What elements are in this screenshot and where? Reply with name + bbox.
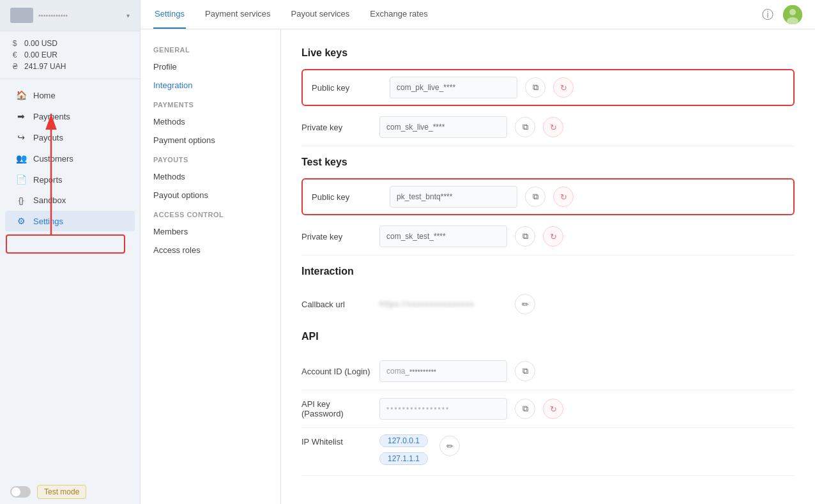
payments-icon: ➡: [15, 111, 27, 121]
account-id-copy-button[interactable]: ⧉: [515, 361, 535, 381]
live-public-key-input: [390, 77, 517, 98]
balance-eur: € 0.00 EUR: [10, 49, 130, 61]
settings-nav-members[interactable]: Members: [141, 222, 280, 241]
payouts-icon: ↩: [15, 132, 27, 142]
tab-settings[interactable]: Settings: [153, 0, 186, 29]
callback-url-row: Callback url https://xxxxxxxxxxxxxxx ✏: [301, 287, 795, 321]
home-icon: 🏠: [15, 90, 27, 100]
test-public-key-label: Public key: [312, 192, 382, 202]
test-mode-toggle[interactable]: [10, 486, 31, 498]
sidebar-item-payouts[interactable]: ↩ Payouts: [5, 127, 135, 148]
test-public-key-refresh-button[interactable]: ↻: [553, 187, 574, 207]
interaction-section: Interaction Callback url https://xxxxxxx…: [301, 266, 795, 321]
settings-icon: ⚙: [15, 216, 27, 226]
sidebar: •••••••••••• ▾ $ 0.00 USD € 0.00 EUR ₴ 2…: [0, 0, 141, 504]
test-private-key-row: Private key ⧉ ↻: [301, 218, 795, 256]
settings-nav-integration[interactable]: Integration: [141, 76, 280, 95]
live-private-key-input: [379, 116, 507, 138]
test-private-key-label: Private key: [301, 232, 372, 241]
sandbox-icon: {}: [15, 196, 27, 205]
balance-section: $ 0.00 USD € 0.00 EUR ₴ 241.97 UAH: [0, 31, 140, 79]
main-nav: 🏠 Home ➡ Payments ↩ Payouts 👥 Customers …: [0, 79, 140, 480]
api-key-label: API key (Password): [301, 399, 372, 418]
customers-icon: 👥: [15, 153, 27, 164]
access-control-section-title: ACCESS CONTROL: [141, 204, 280, 222]
company-logo: [10, 8, 33, 23]
top-icons: ⓘ: [759, 5, 802, 24]
info-icon[interactable]: ⓘ: [759, 6, 777, 24]
live-private-key-refresh-button[interactable]: ↻: [543, 117, 563, 137]
live-private-key-row: Private key ⧉ ↻: [301, 109, 795, 146]
tab-payment-services[interactable]: Payment services: [204, 0, 272, 29]
test-public-key-copy-button[interactable]: ⧉: [525, 187, 545, 207]
ip-whitelist-row: IP Whitelist 127.0.0.1 127.1.1.1 ✏: [301, 428, 795, 476]
settings-nav-payout-options[interactable]: Payout options: [141, 186, 280, 204]
live-public-key-copy-button[interactable]: ⧉: [525, 77, 545, 98]
settings-nav-access-roles[interactable]: Access roles: [141, 241, 280, 259]
ip-badge-1: 127.0.0.1: [379, 434, 428, 447]
interaction-title: Interaction: [301, 266, 795, 277]
settings-sidebar: GENERAL Profile Integration PAYMENTS Met…: [141, 29, 281, 504]
ip-whitelist-label: IP Whitelist: [301, 434, 372, 447]
test-private-key-copy-button[interactable]: ⧉: [515, 226, 535, 247]
tab-payout-services[interactable]: Payout services: [290, 0, 351, 29]
main-content: Settings Payment services Payout service…: [141, 0, 815, 504]
live-private-key-copy-button[interactable]: ⧉: [515, 117, 535, 137]
callback-url-edit-button[interactable]: ✏: [515, 294, 535, 314]
payouts-section-title: PAYOUTS: [141, 149, 280, 167]
sidebar-item-customers[interactable]: 👥 Customers: [5, 148, 135, 169]
sidebar-item-home[interactable]: 🏠 Home: [5, 85, 135, 105]
account-id-input: [379, 360, 507, 382]
api-key-refresh-button[interactable]: ↻: [543, 399, 563, 419]
test-public-key-row: Public key ⧉ ↻: [301, 178, 795, 215]
callback-url-value: https://xxxxxxxxxxxxxxx: [379, 300, 507, 309]
content-wrapper: GENERAL Profile Integration PAYMENTS Met…: [141, 29, 815, 504]
ip-list: 127.0.0.1 127.1.1.1: [379, 434, 432, 468]
integration-panel: Live keys Public key ⧉ ↻ Private key ⧉ ↻: [281, 29, 815, 504]
reports-icon: 📄: [15, 174, 27, 185]
live-keys-title: Live keys: [301, 47, 795, 59]
test-public-key-input: [390, 186, 517, 208]
test-private-key-input: [379, 225, 507, 247]
live-public-key-refresh-button[interactable]: ↻: [553, 77, 574, 98]
sidebar-item-settings[interactable]: ⚙ Settings: [5, 211, 135, 231]
api-key-input: [379, 398, 507, 420]
balance-uah: ₴ 241.97 UAH: [10, 61, 130, 72]
svg-point-1: [789, 9, 796, 15]
api-key-row: API key (Password) ⧉ ↻: [301, 390, 795, 428]
test-keys-title: Test keys: [301, 157, 795, 168]
callback-url-label: Callback url: [301, 300, 372, 309]
live-public-key-row: Public key ⧉ ↻: [301, 69, 795, 106]
live-private-key-label: Private key: [301, 123, 372, 132]
sidebar-item-payments[interactable]: ➡ Payments: [5, 106, 135, 126]
test-keys-section: Test keys Public key ⧉ ↻ Private key ⧉ ↻: [301, 157, 795, 256]
avatar-image: [783, 5, 802, 24]
sidebar-header: •••••••••••• ▾: [0, 0, 140, 31]
live-public-key-label: Public key: [312, 83, 382, 93]
test-mode-button[interactable]: Test mode: [37, 485, 86, 499]
settings-nav-payment-options[interactable]: Payment options: [141, 131, 280, 149]
chevron-down-icon[interactable]: ▾: [126, 12, 130, 19]
general-section-title: GENERAL: [141, 40, 280, 57]
test-mode-row: Test mode: [0, 480, 140, 504]
company-name: ••••••••••••: [38, 11, 121, 19]
account-id-row: Account ID (Login) ⧉: [301, 353, 795, 390]
user-avatar[interactable]: [783, 5, 802, 24]
account-id-label: Account ID (Login): [301, 367, 372, 376]
tab-exchange-rates[interactable]: Exchange rates: [369, 0, 429, 29]
test-private-key-refresh-button[interactable]: ↻: [543, 226, 563, 247]
api-title: API: [301, 331, 795, 342]
toggle-knob: [11, 487, 20, 496]
top-nav: Settings Payment services Payout service…: [141, 0, 815, 29]
sidebar-item-reports[interactable]: 📄 Reports: [5, 169, 135, 190]
balance-usd: $ 0.00 USD: [10, 38, 130, 49]
sidebar-item-sandbox[interactable]: {} Sandbox: [5, 190, 135, 210]
settings-nav-payout-methods[interactable]: Methods: [141, 167, 280, 186]
api-key-copy-button[interactable]: ⧉: [515, 399, 535, 419]
ip-whitelist-edit-button[interactable]: ✏: [439, 436, 460, 456]
payments-section-title: PAYMENTS: [141, 95, 280, 112]
api-section: API Account ID (Login) ⧉ API key (Passwo…: [301, 331, 795, 476]
settings-nav-profile[interactable]: Profile: [141, 57, 280, 76]
settings-nav-payment-methods[interactable]: Methods: [141, 112, 280, 131]
ip-badge-2: 127.1.1.1: [379, 452, 428, 465]
